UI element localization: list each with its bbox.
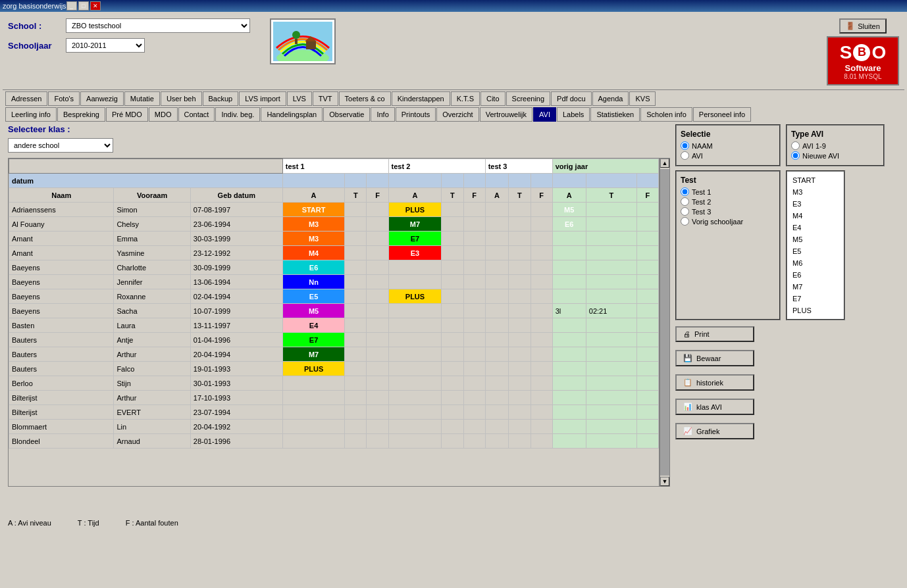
nav-lvsimport[interactable]: LVS import [239,91,286,106]
table-row[interactable]: Bauters Falco 19-01-1993 PLUS [9,362,659,376]
table-row[interactable]: Bauters Arthur 20-04-1994 M7 [9,347,659,362]
nav-screening[interactable]: Screening [506,91,551,106]
nav-cito[interactable]: Cito [480,91,505,106]
nav-avi[interactable]: AVI [533,107,556,122]
bewaar-icon: 💾 [683,354,692,362]
table-row[interactable]: Al Fouany Chelsy 23-06-1994 M3 M7 E6 [9,217,659,232]
nav-info[interactable]: Info [371,107,394,122]
table-row[interactable]: Amant Yasmine 23-12-1992 M4 E3 [9,246,659,260]
nav-vertrouwelijk[interactable]: Vertrouwelijk [480,107,532,122]
nav-toeters[interactable]: Toeters & co [339,91,391,106]
table-row[interactable]: Bilterijst Arthur 17-10-1993 [9,391,659,405]
nav-scholeninfo[interactable]: Scholen info [640,107,692,122]
table-row[interactable]: Amant Emma 30-03-1999 M3 E7 [9,232,659,246]
school-label: School : [8,21,61,31]
table-row[interactable]: Adriaenssens Simon 07-08-1997 START PLUS… [9,203,659,217]
typeavi-19-label: AVI 1-9 [802,142,826,150]
nav-mdo[interactable]: MDO [149,107,178,122]
scroll-down[interactable]: ▼ [660,477,669,486]
nav-leerlinginfo[interactable]: Leerling info [5,107,57,122]
nav-indivbeg[interactable]: Indiv. beg. [215,107,260,122]
test2-label: Test 2 [692,198,711,206]
school-logo [270,18,336,64]
test1-radio[interactable] [681,187,689,196]
avi-table: test 1 test 2 test 3 vorig jaar datum [9,159,659,449]
minimize-button[interactable]: _ [66,1,77,11]
title-bar-text: zorg basisonderwijs [3,2,66,10]
svg-rect-5 [295,39,298,44]
table-row[interactable]: Bauters Antje 01-04-1996 E7 [9,333,659,347]
historiek-button[interactable]: 📋 historiek [675,374,754,391]
grafiek-icon: 📈 [683,427,692,435]
table-row[interactable]: Baeyens Sacha 10-07-1999 M5 3l02:21 [9,304,659,318]
nav-agenda[interactable]: Agenda [592,91,629,106]
test-panel: Test Test 1 Test 2 Test 3 [675,170,781,320]
test3-label: Test 3 [692,208,711,216]
sluiten-icon: 🚪 [846,22,855,30]
col-vooraam-header: Vooraam [114,188,190,203]
nav-kts[interactable]: K.T.S [451,91,480,106]
selecteer-label: Selecteer klas : [8,124,670,134]
table-row[interactable]: Bilterijst EVERT 23-07-1994 [9,405,659,420]
selectie-naam-label: NAAM [692,142,713,150]
grafiek-button[interactable]: 📈 Grafiek [675,423,754,439]
type-avi-panel: Type AVI AVI 1-9 Nieuwe AVI [786,124,885,166]
nav-lvs[interactable]: LVS [287,91,312,106]
typeavi-nieuwe-radio[interactable] [791,151,800,160]
table-row[interactable]: Basten Laura 13-11-1997 E4 [9,318,659,333]
nav-handelingsplan[interactable]: Handelingsplan [261,107,323,122]
table-row[interactable]: Baeyens Roxanne 02-04-1994 E5 PLUS [9,289,659,304]
nav-userbeh[interactable]: User beh [161,91,202,106]
vorig-jaar-header: vorig jaar [552,159,658,174]
nav-personeelinfo[interactable]: Personeel info [693,107,751,122]
nav-contact[interactable]: Contact [178,107,215,122]
test3-radio[interactable] [681,207,689,216]
selectie-avi-radio[interactable] [681,151,689,160]
print-button[interactable]: 🖨 Print [675,326,754,342]
nav-adressen[interactable]: Adressen [5,91,47,106]
test2-radio[interactable] [681,197,689,206]
maximize-button[interactable]: □ [78,1,89,11]
selectie-naam-radio[interactable] [681,141,689,150]
table-row[interactable]: Baeyens Jennifer 13-06-1994 Nn [9,275,659,289]
bewaar-button[interactable]: 💾 Bewaar [675,350,754,366]
table-row[interactable]: Blondeel Arnaud 28-01-1996 [9,434,659,449]
nav-statistieken[interactable]: Statistieken [590,107,640,122]
nav-backup[interactable]: Backup [203,91,239,106]
nav-mutatie[interactable]: Mutatie [124,91,160,106]
klas-avi-button[interactable]: 📊 klas AVI [675,399,754,415]
nav-kinderstappen[interactable]: Kinderstappen [392,91,450,106]
data-table-container: test 1 test 2 test 3 vorig jaar datum [8,158,660,487]
nav-kvs[interactable]: KVS [629,91,656,106]
schooljaar-label: Schooljaar [8,41,61,51]
nav-observatie[interactable]: Observatie [323,107,370,122]
nav-aanwezig[interactable]: Aanwezig [80,91,124,106]
test1-header: test 1 [282,159,388,174]
year-dropdown[interactable]: 2010-2011 [66,38,145,53]
table-row[interactable]: Berloo Stijn 30-01-1993 [9,376,659,391]
nav-pdfdocu[interactable]: Pdf docu [551,91,591,106]
selectie-avi-label: AVI [692,152,703,160]
nav-fotos[interactable]: Foto's [48,91,80,106]
historiek-icon: 📋 [683,378,692,387]
table-row[interactable]: Baeyens Charlotte 30-09-1999 E6 [9,260,659,275]
table-row[interactable]: Blommaert Lin 20-04-1992 [9,420,659,434]
col-naam-header: Naam [9,188,114,203]
close-button[interactable]: ✕ [90,1,101,11]
typeavi-19-radio[interactable] [791,141,800,150]
nav-bespreking[interactable]: Bespreking [57,107,105,122]
vorig-schooljaar-radio[interactable] [681,217,689,226]
school-dropdown[interactable]: ZBO testschool [66,18,250,33]
sbo-logo: S B O Software 8.01 MYSQL [827,36,899,86]
nav-tvt[interactable]: TVT [313,91,338,106]
nav-labels[interactable]: Labels [557,107,590,122]
test1-label: Test 1 [692,188,711,196]
nav-bar-2: Leerling info Bespreking Pré MDO MDO Con… [3,106,904,122]
scroll-up[interactable]: ▲ [660,159,669,168]
nav-printouts[interactable]: Printouts [396,107,436,122]
table-scrollbar[interactable]: ▲ ▼ [660,158,670,487]
nav-premdo[interactable]: Pré MDO [106,107,148,122]
sluiten-button[interactable]: 🚪 Sluiten [839,18,887,34]
nav-overzicht[interactable]: Overzicht [436,107,479,122]
klas-dropdown[interactable]: andere school [8,138,113,153]
